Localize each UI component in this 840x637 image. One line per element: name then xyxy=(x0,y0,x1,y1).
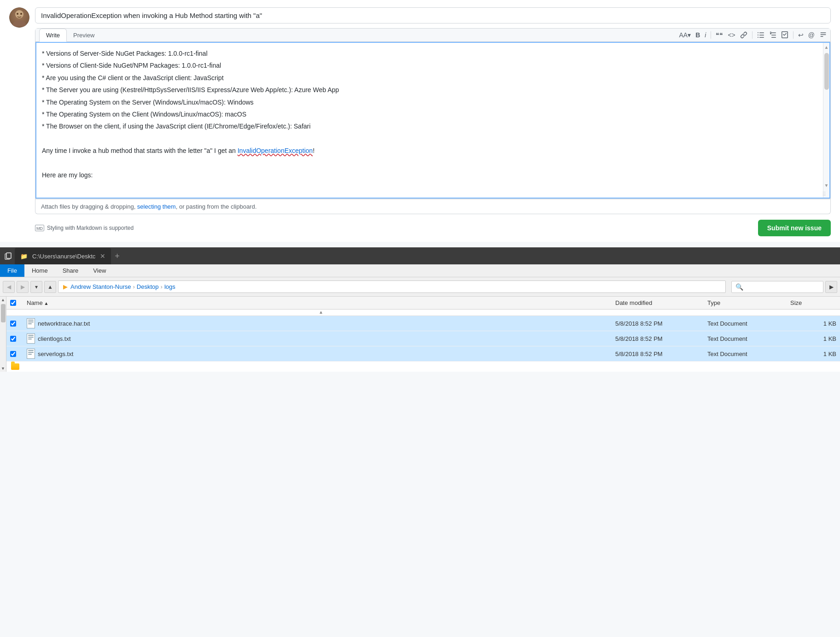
ribbon-tab-home[interactable]: Home xyxy=(24,264,55,277)
size-3: 1 KB xyxy=(790,351,836,357)
type-3: Text Document xyxy=(707,351,790,357)
scroll-track[interactable] xyxy=(0,303,6,365)
tab-write[interactable]: Write xyxy=(39,29,67,42)
search-bar[interactable]: 🔍 xyxy=(731,281,823,293)
header-size[interactable]: Size xyxy=(790,299,836,306)
header-checkbox[interactable] xyxy=(10,300,16,306)
file-explorer: 📁 C:\Users\anurse\Desktc ✕ + File Home S… xyxy=(0,247,840,372)
file-row-networktrace[interactable]: networktrace.har.txt 5/8/2018 8:52 PM Te… xyxy=(6,316,840,331)
sort-up-indicator: ▲ xyxy=(27,310,615,315)
breadcrumb-bar[interactable]: ▶ Andrew Stanton-Nurse › Desktop › logs xyxy=(58,281,726,293)
file-row-clientlogs[interactable]: clientlogs.txt 5/8/2018 8:52 PM Text Doc… xyxy=(6,331,840,346)
left-scrollbar[interactable]: ▲ ▼ xyxy=(0,297,6,372)
editor-scrollbar[interactable]: ▲ ▼ xyxy=(823,43,829,198)
date-2: 5/8/2018 8:52 PM xyxy=(615,335,707,342)
back-button[interactable]: ◀ xyxy=(3,281,15,293)
resize-handle[interactable]: ⠿ xyxy=(822,190,828,197)
type-1: Text Document xyxy=(707,320,790,327)
submit-button[interactable]: Submit new issue xyxy=(758,220,831,236)
sort-indicator-row: ▲ xyxy=(6,310,840,316)
row-checkbox-1[interactable] xyxy=(10,321,27,327)
submit-row: MD Styling with Markdown is supported Su… xyxy=(35,214,831,242)
forward-button[interactable]: ▶ xyxy=(17,281,29,293)
row-checkbox-2[interactable] xyxy=(10,336,27,342)
up-button[interactable]: ▲ xyxy=(44,281,56,293)
file-icon-clientlogs: clientlogs.txt xyxy=(27,333,615,344)
copy-files-icon[interactable] xyxy=(4,251,13,261)
file-table-header: Name Date modified Type Size xyxy=(6,297,840,310)
explorer-tab-bar: 📁 C:\Users\anurse\Desktc ✕ + xyxy=(0,248,840,264)
breadcrumb-user[interactable]: Andrew Stanton-Nurse xyxy=(70,283,131,290)
scrollbar-thumb[interactable] xyxy=(824,53,829,90)
unordered-list-icon[interactable] xyxy=(757,31,764,39)
tab-preview[interactable]: Preview xyxy=(67,29,101,41)
size-1: 1 KB xyxy=(790,320,836,327)
folder-tab-icon: 📁 xyxy=(20,253,28,260)
select-files-link[interactable]: selecting them xyxy=(137,203,176,210)
row-checkbox-3[interactable] xyxy=(10,351,27,357)
github-issue-area: InvalidOperationException when invoking … xyxy=(0,0,840,242)
issue-form: InvalidOperationException when invoking … xyxy=(35,7,831,242)
header-type[interactable]: Type xyxy=(707,299,790,306)
issue-title-input[interactable]: InvalidOperationException when invoking … xyxy=(35,7,831,23)
mention-icon[interactable]: @ xyxy=(808,31,815,39)
breadcrumb-logs[interactable]: logs xyxy=(164,283,175,290)
code-icon[interactable]: <> xyxy=(728,31,735,39)
folder-icon-peek xyxy=(11,363,19,370)
size-2: 1 KB xyxy=(790,335,836,342)
file-icon-networktrace: networktrace.har.txt xyxy=(27,318,615,328)
address-bar-row: ◀ ▶ ▾ ▲ ▶ Andrew Stanton-Nurse › Desktop… xyxy=(0,277,840,297)
folder-peek-row xyxy=(6,362,840,372)
tab-path-label: C:\Users\anurse\Desktc xyxy=(32,253,95,260)
new-tab-button[interactable]: + xyxy=(115,251,120,261)
svg-point-5 xyxy=(20,13,22,15)
task-list-icon[interactable] xyxy=(781,31,788,39)
ribbon-tab-share[interactable]: Share xyxy=(55,264,86,277)
ordered-list-icon[interactable] xyxy=(769,31,776,39)
heading-icon[interactable]: AA▾ xyxy=(679,31,691,39)
markdown-badge: MD Styling with Markdown is supported xyxy=(35,225,134,231)
scroll-right-button[interactable]: ▶ xyxy=(825,281,837,293)
scroll-up-arrow[interactable]: ▲ xyxy=(0,297,6,303)
scroll-down-arrow[interactable]: ▼ xyxy=(0,365,6,372)
header-name[interactable]: Name xyxy=(27,299,615,306)
reference-icon[interactable] xyxy=(819,31,827,39)
ribbon-tab-file[interactable]: File xyxy=(0,264,24,277)
filename-2: clientlogs.txt xyxy=(38,335,71,342)
avatar xyxy=(9,7,29,28)
date-1: 5/8/2018 8:52 PM xyxy=(615,320,707,327)
document-icon xyxy=(27,318,35,328)
date-3: 5/8/2018 8:52 PM xyxy=(615,351,707,357)
quote-icon[interactable]: ❝❝ xyxy=(716,31,723,39)
ribbon: File Home Share View xyxy=(0,264,840,277)
filename-1: networktrace.har.txt xyxy=(38,320,90,327)
dropdown-button[interactable]: ▾ xyxy=(30,281,42,293)
filename-3: serverlogs.txt xyxy=(38,351,73,357)
explorer-tab-active[interactable]: 📁 C:\Users\anurse\Desktc ✕ xyxy=(15,248,111,264)
svg-point-4 xyxy=(17,13,18,15)
tab-close-button[interactable]: ✕ xyxy=(100,252,105,260)
search-icon: 🔍 xyxy=(735,283,743,291)
issue-header: InvalidOperationException when invoking … xyxy=(9,7,831,242)
file-icon-serverlogs: serverlogs.txt xyxy=(27,349,615,359)
bold-icon[interactable]: B xyxy=(695,31,700,39)
header-checkbox-col xyxy=(10,299,27,306)
document-icon-2 xyxy=(27,333,35,344)
type-2: Text Document xyxy=(707,335,790,342)
document-icon-3 xyxy=(27,349,35,359)
editor-body[interactable]: * Versions of Server-Side NuGet Packages… xyxy=(35,42,830,199)
file-row-serverlogs[interactable]: serverlogs.txt 5/8/2018 8:52 PM Text Doc… xyxy=(6,346,840,362)
ribbon-tab-view[interactable]: View xyxy=(86,264,113,277)
scroll-thumb[interactable] xyxy=(1,304,6,322)
editor-content: * Versions of Server-Side NuGet Packages… xyxy=(42,48,824,180)
breadcrumb-folder-icon: ▶ xyxy=(63,283,68,290)
file-table-container: ▲ ▼ Name Date modified Type Size ▲ xyxy=(0,297,840,372)
svg-rect-7 xyxy=(6,253,11,258)
breadcrumb-desktop[interactable]: Desktop xyxy=(137,283,159,290)
explorer-main: Name Date modified Type Size ▲ xyxy=(6,297,840,372)
header-date[interactable]: Date modified xyxy=(615,299,707,306)
reply-icon[interactable]: ↩ xyxy=(798,31,804,39)
markdown-icon: MD xyxy=(35,225,44,231)
link-icon[interactable] xyxy=(740,31,747,39)
italic-icon[interactable]: i xyxy=(705,31,706,39)
